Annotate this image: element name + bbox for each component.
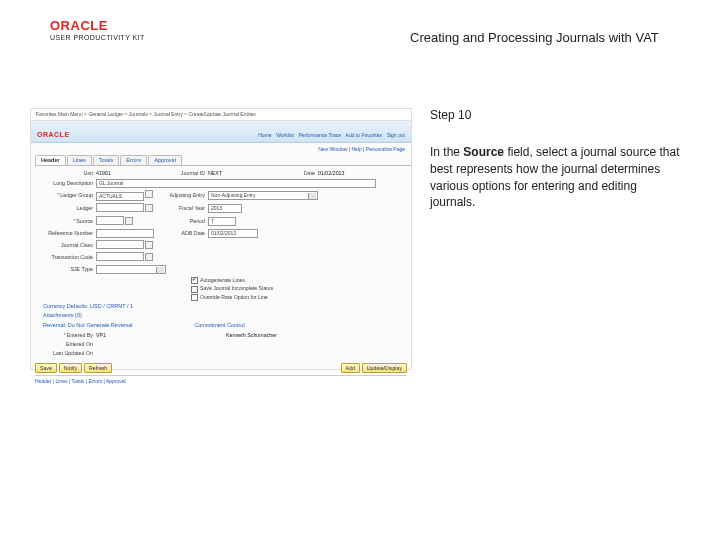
refno-label: Reference Number: [41, 230, 96, 237]
page-title: Creating and Processing Journals with VA…: [410, 30, 659, 45]
app-screenshot: Favorites Main Menu > General Ledger > J…: [30, 108, 412, 370]
app-logo: ORACLE: [37, 130, 70, 139]
step-panel: Step 10 In the Source field, select a jo…: [430, 108, 680, 211]
app-header: ORACLE Home Worklist Performance Trace A…: [31, 121, 411, 143]
jid-value: NEXT: [208, 170, 280, 177]
fy-label: Fiscal Year: [166, 205, 208, 212]
sjetype-select[interactable]: [96, 265, 166, 274]
tab-lines[interactable]: Lines: [67, 155, 92, 165]
checkbox-icon[interactable]: [191, 286, 198, 293]
tab-totals[interactable]: Totals: [93, 155, 119, 165]
action-bar: Save Notify Refresh Add Update/Display: [35, 363, 407, 374]
brand-block: ORACLE USER PRODUCTIVITY KIT: [50, 18, 145, 41]
reversal-link[interactable]: Reversal: Do Not Generate Reversal: [43, 322, 133, 329]
chk-rate-label: Override Rate Option for Line: [200, 294, 268, 300]
step-label: Step 10: [430, 108, 680, 122]
ledgergrp-input[interactable]: ACTUALS: [96, 192, 144, 201]
refno-input[interactable]: [96, 229, 154, 238]
nav-home[interactable]: Home: [258, 132, 271, 138]
commitment-link[interactable]: Commitment Control: [194, 322, 244, 329]
notify-button[interactable]: Notify: [59, 363, 82, 374]
tab-approval[interactable]: Approval: [148, 155, 182, 165]
lookup-icon[interactable]: [145, 253, 153, 261]
lookup-icon[interactable]: [145, 190, 153, 198]
step-body: In the Source field, select a journal so…: [430, 144, 680, 211]
link-personalize[interactable]: Personalize Page: [366, 146, 405, 152]
link-help[interactable]: Help: [351, 146, 361, 152]
app-header-nav: Home Worklist Performance Trace Add to F…: [255, 132, 405, 140]
source-wrap: [96, 216, 166, 227]
breadcrumb-path: Favorites Main Menu > General Ledger > J…: [36, 111, 256, 118]
tab-errors[interactable]: Errors: [120, 155, 147, 165]
entby-label: Entered By: [41, 332, 96, 339]
entby-value: VP1: [96, 332, 166, 339]
step-body-bold: Source: [463, 145, 504, 159]
txncode-label: Transaction Code: [41, 254, 96, 261]
ledgergrp-wrap: ACTUALS: [96, 190, 166, 201]
jclass-label: Journal Class: [41, 242, 96, 249]
breadcrumb: Favorites Main Menu > General Ledger > J…: [31, 109, 411, 121]
adjent-label: Adjusting Entry: [166, 192, 208, 199]
lookup-icon[interactable]: [125, 217, 133, 225]
source-input[interactable]: [96, 216, 124, 225]
entby-name: Kenneth Schumacher: [226, 332, 316, 339]
refresh-button[interactable]: Refresh: [84, 363, 112, 374]
checkbox-icon[interactable]: [191, 277, 198, 284]
adbdate-label: ADB Date: [166, 230, 208, 237]
footer-tabs[interactable]: Header | Lines | Totals | Errors | Appro…: [35, 378, 126, 385]
step-body-pre: In the: [430, 145, 463, 159]
attachments-link[interactable]: Attachments (0): [43, 312, 411, 319]
add-button[interactable]: Add: [341, 363, 360, 374]
lookup-icon[interactable]: [145, 204, 153, 212]
longdesc-input[interactable]: GL Journal: [96, 179, 376, 188]
lookup-icon[interactable]: [145, 241, 153, 249]
source-label: Source: [41, 218, 96, 225]
jclass-wrap: [96, 240, 166, 251]
unit-label: Unit: [41, 170, 96, 177]
date-value: 01/02/2013: [318, 170, 378, 177]
period-label: Period: [166, 218, 208, 225]
txncode-input[interactable]: [96, 252, 144, 261]
adjent-select[interactable]: Non-Adjusting Entry: [208, 191, 318, 200]
nav-perftrace[interactable]: Performance Trace: [298, 132, 341, 138]
nav-worklist[interactable]: Worklist: [276, 132, 294, 138]
audit-block: Entered By VP1 Kenneth Schumacher Entere…: [31, 330, 411, 359]
tab-header[interactable]: Header: [35, 155, 66, 165]
chk-autogen-row: Autogenerate Lines: [191, 277, 411, 284]
ledger-label: Ledger: [41, 205, 96, 212]
footer-tab-links: Header | Lines | Totals | Errors | Appro…: [35, 375, 407, 385]
brand-logo: ORACLE: [50, 18, 145, 33]
brand-sub: USER PRODUCTIVITY KIT: [50, 34, 145, 41]
date-label: Date: [280, 170, 318, 177]
updatedisplay-button[interactable]: Update/Display: [362, 363, 407, 374]
adbdate-input[interactable]: 01/02/2013: [208, 229, 258, 238]
jid-label: Journal ID: [166, 170, 208, 177]
checkbox-icon[interactable]: [191, 294, 198, 301]
ledgergrp-label: Ledger Group: [41, 192, 96, 199]
nav-addfav[interactable]: Add to Favorites: [346, 132, 382, 138]
chk-autogen-label: Autogenerate Lines: [200, 277, 245, 283]
tab-strip: Header Lines Totals Errors Approval: [35, 155, 411, 166]
save-button[interactable]: Save: [35, 363, 57, 374]
chk-rate-row: Override Rate Option for Line: [191, 294, 411, 301]
nav-signout[interactable]: Sign out: [387, 132, 405, 138]
longdesc-label: Long Description: [41, 180, 96, 187]
currency-defaults-link[interactable]: Currency Defaults: USD / CRRNT / 1: [43, 303, 411, 310]
unit-value: 41901: [96, 170, 166, 177]
fy-input[interactable]: 2013: [208, 204, 242, 213]
period-input[interactable]: 7: [208, 217, 236, 226]
subheader-links: New Window | Help | Personalize Page: [31, 143, 411, 156]
upd-label: Last Updated On: [41, 350, 96, 357]
txncode-wrap: [96, 252, 166, 263]
journal-header-form: Unit 41901 Journal ID NEXT Date 01/02/20…: [31, 166, 411, 276]
chk-savecomp-row: Save Journal Incomplete Status: [191, 285, 411, 292]
link-newwindow[interactable]: New Window: [318, 146, 347, 152]
ledger-input[interactable]: [96, 203, 144, 212]
enton-label: Entered On: [41, 341, 96, 348]
chk-savecomp-label: Save Journal Incomplete Status: [200, 285, 273, 291]
jclass-input[interactable]: [96, 240, 144, 249]
sjetype-label: SJE Type: [41, 266, 96, 273]
ledger-wrap: [96, 203, 166, 214]
